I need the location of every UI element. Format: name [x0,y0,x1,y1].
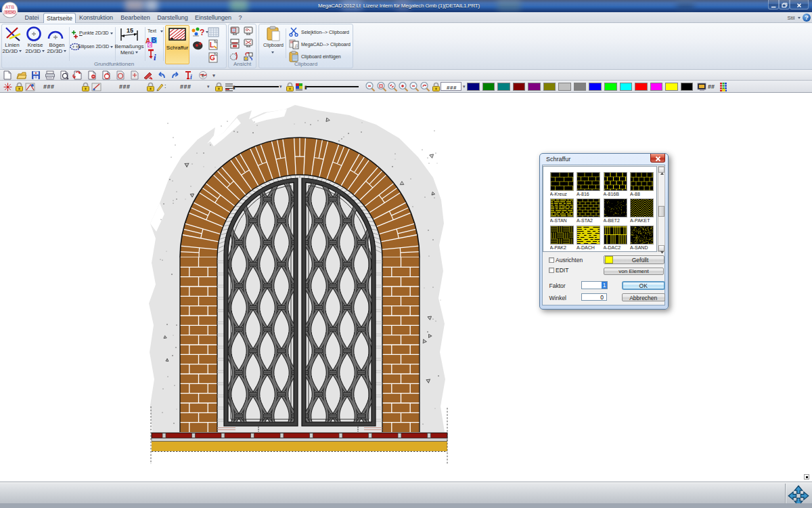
svg-text:15: 15 [127,27,133,34]
svg-text:c: c [148,41,152,48]
svg-text:i: i [154,52,156,62]
svg-text:£: £ [202,73,204,78]
svg-text:ATB: ATB [5,5,15,9]
svg-text:♫: ♫ [294,43,298,49]
svg-text:L: L [210,41,214,49]
svg-text:?: ? [200,28,204,37]
svg-text:G: G [210,54,215,62]
svg-text:B: B [152,37,156,44]
svg-text:i: i [190,73,192,80]
svg-text:MEGACAD: MEGACAD [2,11,18,14]
